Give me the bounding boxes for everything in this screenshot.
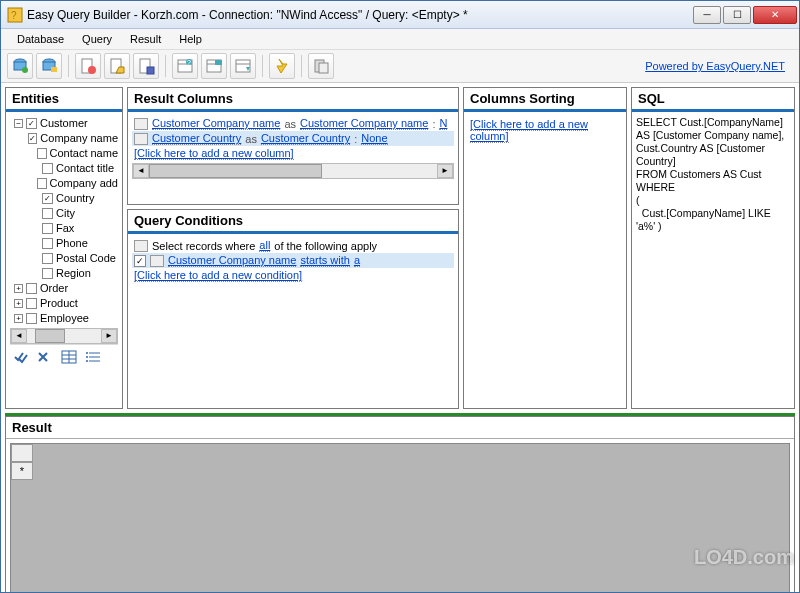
result-grid[interactable]: * [10, 443, 790, 593]
open-query-icon[interactable] [104, 53, 130, 79]
row-handle-icon[interactable] [134, 240, 148, 252]
tree-item[interactable]: +Order [10, 281, 118, 296]
sql-panel: SQL SELECT Cust.[CompanyName] AS [Custom… [631, 87, 795, 409]
checkbox-icon[interactable] [37, 178, 47, 189]
checkbox-icon[interactable] [26, 298, 37, 309]
column-sort[interactable]: N [439, 117, 447, 130]
grid-corner [11, 444, 33, 462]
tree-item[interactable]: Fax [10, 221, 118, 236]
condition-attr[interactable]: Customer Company name [168, 254, 296, 267]
result-columns-title: Result Columns [128, 88, 458, 112]
grid-row-new[interactable]: * [11, 462, 33, 480]
column-row[interactable]: Customer Company name as Customer Compan… [132, 116, 454, 131]
row-handle-icon[interactable] [134, 118, 148, 130]
execute-icon[interactable] [269, 53, 295, 79]
checkbox-icon[interactable] [42, 238, 53, 249]
main-area: Entities −CustomerCompany nameContact na… [1, 83, 799, 413]
entities-tree[interactable]: −CustomerCompany nameContact nameContact… [10, 116, 118, 326]
as-label: as [284, 118, 296, 130]
svg-point-31 [86, 352, 88, 354]
tree-item[interactable]: Region [10, 266, 118, 281]
menu-help[interactable]: Help [171, 31, 210, 47]
new-query-icon[interactable] [75, 53, 101, 79]
tree-item[interactable]: +Employee [10, 311, 118, 326]
scroll-right-icon[interactable]: ► [101, 329, 117, 343]
menu-query[interactable]: Query [74, 31, 120, 47]
columns-hscroll[interactable]: ◄► [132, 163, 454, 179]
add-column-link[interactable]: [Click here to add a new column] [134, 147, 294, 160]
svg-point-9 [88, 66, 96, 74]
row-handle-icon[interactable] [150, 255, 164, 267]
collapse-icon[interactable]: − [14, 119, 23, 128]
grid-view-icon[interactable] [60, 349, 78, 365]
condition-row[interactable]: Customer Company name starts with a [132, 253, 454, 268]
column-alias[interactable]: Customer Company name [300, 117, 428, 130]
checkbox-icon[interactable] [37, 148, 47, 159]
svg-point-32 [86, 356, 88, 358]
tree-item[interactable]: Contact title [10, 161, 118, 176]
svg-rect-23 [319, 63, 328, 73]
minimize-button[interactable]: ─ [693, 6, 721, 24]
tree-item-label: Contact title [56, 161, 114, 176]
tree-item[interactable]: Company name [10, 131, 118, 146]
powered-by-link[interactable]: Powered by EasyQuery.NET [645, 60, 793, 72]
checkbox-icon[interactable] [26, 283, 37, 294]
checkbox-icon[interactable] [28, 133, 37, 144]
column-row[interactable]: Customer Country as Customer Country : N… [132, 131, 454, 146]
tree-item-label: Company add [50, 176, 119, 191]
root-all-link[interactable]: all [259, 239, 270, 252]
condition-operator[interactable]: starts with [300, 254, 350, 267]
checkbox-icon[interactable] [42, 193, 53, 204]
column-alias[interactable]: Customer Country [261, 132, 350, 145]
scroll-left-icon[interactable]: ◄ [133, 164, 149, 178]
maximize-button[interactable]: ☐ [723, 6, 751, 24]
tree-item[interactable]: Postal Code [10, 251, 118, 266]
tree-item[interactable]: Company add [10, 176, 118, 191]
tree-item[interactable]: City [10, 206, 118, 221]
checkbox-icon[interactable] [42, 163, 53, 174]
entities-toolbar [10, 344, 118, 369]
condition-root[interactable]: Select records where all of the followin… [132, 238, 454, 253]
conditions-icon[interactable] [201, 53, 227, 79]
export-icon[interactable] [308, 53, 334, 79]
save-query-icon[interactable] [133, 53, 159, 79]
condition-value[interactable]: a [354, 254, 360, 267]
list-view-icon[interactable] [84, 349, 102, 365]
close-button[interactable]: ✕ [753, 6, 797, 24]
check-all-icon[interactable] [12, 349, 30, 365]
tree-item[interactable]: Contact name [10, 146, 118, 161]
checkbox-icon[interactable] [42, 253, 53, 264]
checkbox-icon[interactable] [42, 223, 53, 234]
expand-icon[interactable]: + [14, 314, 23, 323]
tree-item[interactable]: −Customer [10, 116, 118, 131]
svg-text:?: ? [11, 10, 17, 21]
entities-hscroll[interactable]: ◄ ► [10, 328, 118, 344]
sort-icon[interactable] [230, 53, 256, 79]
add-sort-column-link[interactable]: [Click here to add a new column] [470, 118, 588, 143]
expand-icon[interactable]: + [14, 284, 23, 293]
uncheck-all-icon[interactable] [36, 349, 54, 365]
condition-enabled-checkbox[interactable] [134, 255, 146, 267]
query-conditions-title: Query Conditions [128, 210, 458, 234]
menu-result[interactable]: Result [122, 31, 169, 47]
checkbox-icon[interactable] [42, 268, 53, 279]
tree-item[interactable]: Phone [10, 236, 118, 251]
tree-item-label: Product [40, 296, 78, 311]
checkbox-icon[interactable] [26, 313, 37, 324]
checkbox-icon[interactable] [26, 118, 37, 129]
columns-icon[interactable]: ? [172, 53, 198, 79]
menu-database[interactable]: Database [9, 31, 72, 47]
tree-item[interactable]: +Product [10, 296, 118, 311]
expand-icon[interactable]: + [14, 299, 23, 308]
checkbox-icon[interactable] [42, 208, 53, 219]
db-edit-icon[interactable] [36, 53, 62, 79]
scroll-right-icon[interactable]: ► [437, 164, 453, 178]
column-sort[interactable]: None [361, 132, 387, 145]
scroll-left-icon[interactable]: ◄ [11, 329, 27, 343]
db-connect-icon[interactable] [7, 53, 33, 79]
add-condition-link[interactable]: [Click here to add a new condition] [134, 269, 302, 282]
column-expression[interactable]: Customer Company name [152, 117, 280, 130]
column-expression[interactable]: Customer Country [152, 132, 241, 145]
tree-item[interactable]: Country [10, 191, 118, 206]
row-handle-icon[interactable] [134, 133, 148, 145]
